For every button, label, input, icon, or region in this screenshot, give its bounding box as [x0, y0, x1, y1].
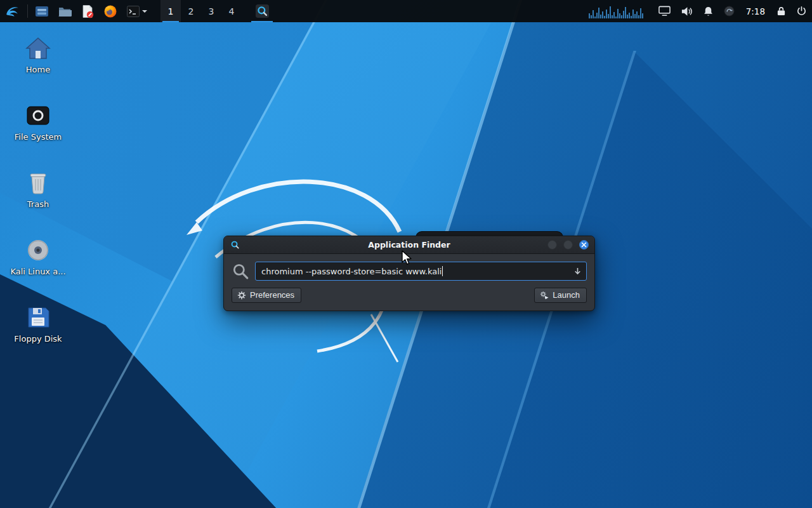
- desktop-icon-list: Home File System Trash: [8, 33, 69, 370]
- panel-separator: [27, 4, 28, 18]
- desktop-icon-trash[interactable]: Trash: [8, 168, 69, 211]
- status-circle-icon: [724, 6, 735, 17]
- applications-menu-button[interactable]: [0, 0, 25, 22]
- terminal-icon: [126, 4, 140, 18]
- launcher-terminal[interactable]: [122, 0, 152, 22]
- desktop-icon-label: Floppy Disk: [14, 335, 62, 344]
- workspace-button-4[interactable]: 4: [221, 0, 242, 22]
- trash-icon: [23, 168, 53, 198]
- status-indicator-button[interactable]: [719, 0, 740, 22]
- mouse-cursor: [401, 250, 415, 265]
- desktop-icon-file-system[interactable]: File System: [8, 100, 69, 144]
- cpu-graph[interactable]: [584, 0, 653, 22]
- desktop-icon-floppy-disk[interactable]: Floppy Disk: [8, 302, 69, 345]
- close-icon: [581, 242, 587, 248]
- home-icon: [23, 33, 53, 64]
- volume-button[interactable]: [676, 0, 698, 22]
- bell-icon: [703, 6, 714, 17]
- text-editor-icon: [81, 4, 95, 18]
- preferences-button[interactable]: Preferences: [232, 288, 301, 303]
- top-panel: 1 2 3 4: [0, 0, 812, 22]
- launch-icon: [540, 291, 549, 300]
- power-button[interactable]: [791, 0, 812, 22]
- workspace-label: 4: [229, 6, 235, 17]
- workspace-label: 2: [188, 6, 194, 17]
- window-controls: [547, 240, 589, 250]
- workspace-label: 3: [209, 6, 214, 17]
- folder-icon: [58, 4, 72, 18]
- preferences-label: Preferences: [250, 290, 294, 300]
- gear-icon: [237, 291, 246, 300]
- launcher-firefox[interactable]: [99, 0, 122, 22]
- launcher-text-editor[interactable]: [76, 0, 99, 22]
- launcher-folder[interactable]: [53, 0, 76, 22]
- application-finder-icon: [256, 4, 269, 18]
- close-button[interactable]: [579, 240, 589, 250]
- workspace-button-1[interactable]: 1: [160, 0, 181, 22]
- firefox-icon: [103, 4, 117, 18]
- window-application-finder-icon: [230, 239, 240, 250]
- desktop-icon-label: Trash: [27, 200, 49, 210]
- cpu-graph-icon: [589, 4, 645, 19]
- desktop-icon-label: Kali Linux a...: [10, 267, 65, 277]
- workspace-button-2[interactable]: 2: [181, 0, 201, 22]
- display-indicator-button[interactable]: [653, 0, 676, 22]
- search-input[interactable]: chromium --password-store=basic www.kali: [255, 262, 587, 281]
- lock-icon: [776, 6, 786, 17]
- terminal-dropdown-icon[interactable]: [142, 10, 147, 13]
- application-finder-window: Application Finder chromium --password-s…: [223, 236, 595, 311]
- floppy-disk-icon: [23, 302, 53, 333]
- workspace-label: 1: [168, 6, 174, 17]
- text-caret: [442, 266, 443, 276]
- minimize-button[interactable]: [547, 240, 557, 250]
- power-icon: [796, 6, 807, 17]
- launcher-file-manager[interactable]: [30, 0, 53, 22]
- volume-icon: [681, 6, 693, 17]
- launch-label: Launch: [553, 290, 580, 300]
- kali-menu-icon: [4, 3, 20, 19]
- panel-spacer: [275, 0, 584, 22]
- hard-drive-icon: [23, 100, 53, 131]
- launch-button[interactable]: Launch: [534, 288, 587, 303]
- file-manager-icon: [35, 4, 49, 18]
- window-title: Application Finder: [224, 240, 594, 250]
- arrow-down-icon: [573, 267, 582, 276]
- button-row: Preferences Launch: [232, 288, 587, 303]
- notifications-button[interactable]: [698, 0, 719, 22]
- search-icon: [232, 262, 249, 280]
- maximize-button[interactable]: [563, 240, 573, 250]
- workspace-button-3[interactable]: 3: [201, 0, 221, 22]
- search-query-text: chromium --password-store=basic www.kali: [261, 267, 442, 276]
- clock[interactable]: 7:18: [740, 0, 771, 22]
- lock-button[interactable]: [771, 0, 791, 22]
- desktop-icon-kali-linux[interactable]: Kali Linux a...: [8, 235, 69, 278]
- desktop-icon-label: File System: [15, 133, 62, 142]
- history-dropdown-button[interactable]: [573, 267, 582, 276]
- taskbar-application-finder-button[interactable]: [249, 0, 275, 22]
- workspace-switcher: 1 2 3 4: [160, 0, 242, 22]
- desktop-icon-label: Home: [26, 65, 50, 75]
- display-icon: [658, 6, 671, 17]
- desktop-icon-home[interactable]: Home: [8, 33, 69, 76]
- disc-icon: [23, 235, 53, 265]
